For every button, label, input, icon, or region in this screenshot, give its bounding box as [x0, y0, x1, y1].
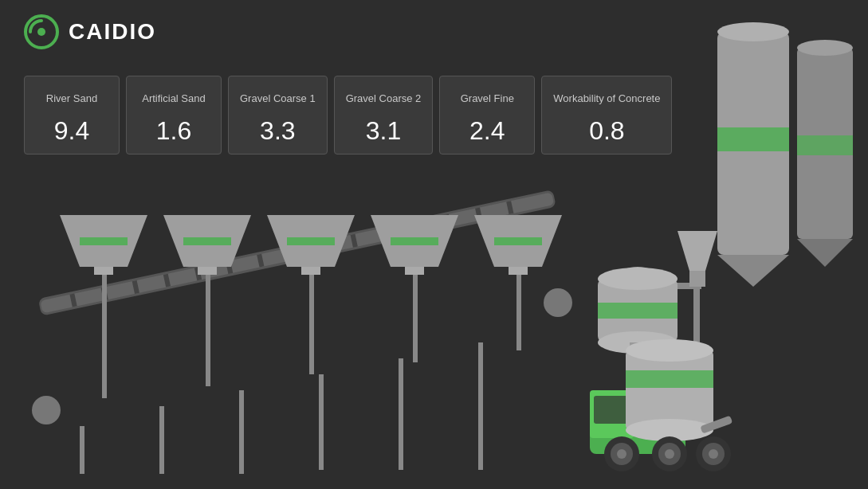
- svg-rect-48: [94, 267, 113, 275]
- metric-value-4: 2.4: [451, 116, 523, 146]
- svg-point-1: [37, 28, 45, 36]
- svg-rect-37: [506, 201, 513, 214]
- svg-point-75: [604, 436, 639, 471]
- metric-card-4: Gravel Fine 2.4: [439, 76, 535, 155]
- svg-rect-30: [288, 247, 295, 260]
- metric-card-2: Gravel Coarse 1 3.3: [228, 76, 328, 155]
- svg-marker-62: [474, 215, 562, 267]
- svg-rect-14: [689, 271, 705, 287]
- svg-point-83: [709, 449, 718, 459]
- svg-marker-50: [163, 215, 251, 267]
- svg-rect-10: [693, 279, 700, 342]
- metric-value-0: 9.4: [36, 116, 108, 146]
- svg-rect-7: [797, 135, 853, 155]
- svg-point-15: [598, 267, 678, 354]
- metric-value-5: 0.8: [553, 116, 660, 146]
- svg-rect-26: [163, 274, 171, 288]
- svg-rect-34: [413, 221, 420, 234]
- header: CAIDIO: [0, 0, 868, 64]
- svg-rect-66: [590, 390, 685, 454]
- svg-rect-59: [391, 237, 438, 245]
- svg-rect-56: [301, 267, 320, 275]
- svg-rect-21: [38, 190, 556, 316]
- svg-rect-33: [382, 227, 389, 241]
- svg-rect-70: [626, 350, 713, 430]
- svg-rect-74: [700, 416, 732, 434]
- svg-rect-43: [319, 374, 324, 470]
- metric-card-3: Gravel Coarse 2 3.1: [334, 76, 434, 155]
- svg-rect-36: [475, 207, 482, 221]
- metric-value-1: 1.6: [138, 116, 210, 146]
- svg-rect-35: [444, 214, 451, 228]
- svg-point-78: [652, 436, 687, 471]
- caidio-logo-icon: [24, 14, 59, 49]
- main-illustration: [0, 0, 868, 489]
- svg-rect-44: [399, 358, 403, 470]
- svg-rect-23: [69, 294, 77, 307]
- svg-rect-64: [509, 267, 528, 275]
- svg-rect-47: [80, 237, 128, 245]
- svg-rect-60: [405, 267, 424, 275]
- metric-card-0: River Sand 9.4: [24, 76, 120, 155]
- svg-point-72: [626, 339, 713, 362]
- svg-rect-3: [717, 127, 789, 151]
- svg-rect-53: [206, 275, 210, 386]
- svg-point-39: [544, 288, 572, 317]
- svg-rect-28: [226, 260, 233, 274]
- metric-card-1: Artificial Sand 1.6: [126, 76, 222, 155]
- svg-rect-2: [717, 32, 789, 255]
- svg-point-73: [626, 419, 713, 441]
- svg-rect-49: [102, 275, 107, 398]
- metric-card-5: Workability of Concrete 0.8: [541, 76, 672, 155]
- svg-rect-16: [598, 279, 678, 342]
- svg-rect-24: [101, 287, 108, 300]
- svg-point-81: [696, 436, 731, 471]
- svg-point-18: [598, 268, 678, 290]
- svg-rect-17: [598, 303, 678, 319]
- svg-rect-61: [413, 275, 418, 362]
- metric-label-4: Gravel Fine: [451, 84, 523, 113]
- svg-rect-6: [797, 48, 853, 239]
- metric-label-3: Gravel Coarse 2: [346, 84, 422, 113]
- svg-rect-11: [654, 283, 701, 289]
- svg-point-79: [658, 443, 681, 465]
- svg-point-77: [617, 449, 626, 459]
- svg-rect-51: [183, 237, 231, 245]
- svg-rect-40: [80, 426, 84, 474]
- svg-marker-58: [371, 215, 458, 267]
- svg-point-76: [611, 443, 633, 465]
- metric-value-2: 3.3: [240, 116, 316, 146]
- svg-rect-65: [516, 275, 521, 350]
- svg-rect-20: [630, 342, 646, 366]
- svg-rect-31: [319, 241, 326, 254]
- svg-rect-12: [652, 271, 658, 291]
- svg-marker-54: [267, 215, 355, 267]
- svg-rect-29: [257, 254, 264, 268]
- svg-marker-13: [678, 231, 717, 271]
- svg-rect-63: [494, 237, 542, 245]
- svg-rect-68: [594, 396, 630, 424]
- svg-point-80: [665, 449, 674, 459]
- metric-label-5: Workability of Concrete: [553, 84, 660, 113]
- svg-rect-41: [159, 406, 164, 474]
- svg-point-82: [702, 443, 725, 465]
- svg-rect-25: [132, 280, 139, 294]
- metric-value-3: 3.1: [346, 116, 422, 146]
- svg-rect-67: [590, 390, 634, 438]
- svg-rect-71: [626, 370, 713, 388]
- svg-marker-9: [797, 239, 853, 267]
- metric-label-1: Artificial Sand: [138, 84, 210, 113]
- svg-rect-52: [198, 267, 217, 275]
- svg-point-38: [32, 396, 61, 424]
- svg-point-19: [598, 331, 678, 354]
- svg-rect-42: [239, 390, 244, 474]
- metric-cards-container: River Sand 9.4 Artificial Sand 1.6 Grave…: [24, 76, 672, 155]
- svg-rect-45: [478, 342, 483, 470]
- svg-point-69: [626, 342, 713, 438]
- svg-rect-22: [40, 192, 554, 313]
- metric-label-0: River Sand: [36, 84, 108, 113]
- svg-rect-55: [287, 237, 335, 245]
- svg-rect-27: [194, 267, 202, 280]
- svg-rect-57: [309, 275, 314, 374]
- svg-rect-32: [351, 234, 358, 248]
